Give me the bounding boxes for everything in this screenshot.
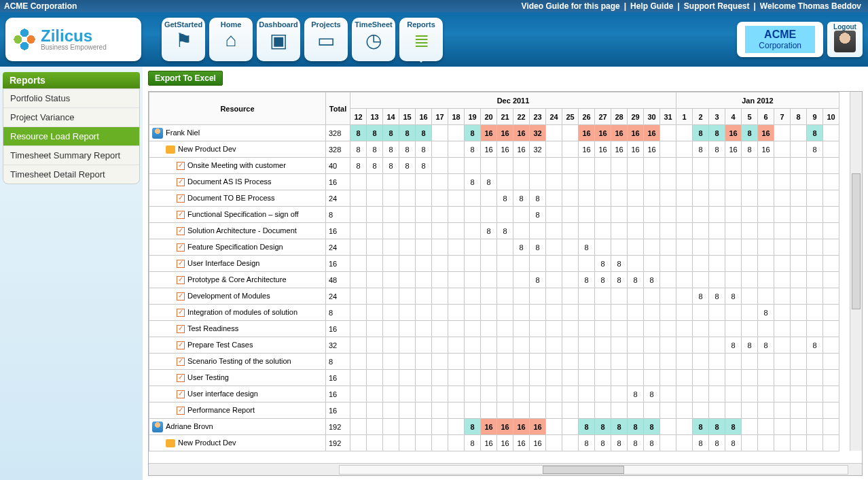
day-cell [676,321,693,337]
export-excel-button[interactable]: Export To Excel [148,71,223,86]
day-cell [546,288,562,305]
day-cell: 16 [725,125,742,141]
day-cell [465,272,481,288]
grid-row: Frank Niel328888888161616321616161616881… [149,125,839,141]
nav-reports[interactable]: Reports≣ [399,18,443,61]
day-cell: 8 [725,337,742,354]
day-cell [644,239,660,256]
nav-projects[interactable]: Projects▭ [304,18,348,61]
row-name[interactable]: Frank Niel [149,125,326,141]
top-link[interactable]: Video Guide for this page [519,1,623,11]
logout-button[interactable]: Logout [827,22,863,57]
sidebar-item[interactable]: Project Variance [3,108,139,127]
row-name[interactable]: Performance Report [149,402,326,419]
day-cell [399,419,416,435]
day-cell [546,223,562,239]
row-name[interactable]: Adriane Brovn [149,419,326,435]
day-cell [367,288,383,305]
day-cell [481,272,497,288]
day-cell [562,174,579,190]
row-name[interactable]: Document TO BE Process [149,190,326,207]
task-icon [177,211,185,219]
day-cell [823,370,839,386]
day-cell [611,190,628,207]
sidebar-item[interactable]: Timesheet Detail Report [3,165,139,184]
sidebar-item[interactable]: Resource Load Report [3,127,139,146]
day-cell [350,435,367,451]
day-cell [383,223,399,239]
day-cell [399,174,416,190]
day-cell [742,288,758,305]
row-name[interactable]: Prepare Test Cases [149,337,326,354]
task-icon [177,260,185,268]
day-cell [562,419,579,435]
reports-icon: ≣ [410,29,433,52]
day-cell [742,223,758,239]
day-cell [709,305,725,321]
nav-getstarted[interactable]: GetStarted⚑ [162,18,205,61]
top-link[interactable]: Welcome Thomas Beddov [757,1,864,11]
day-cell [481,207,497,223]
row-name[interactable]: Feature Specification Design [149,239,326,256]
sidebar-item[interactable]: Timesheet Summary Report [3,146,139,165]
row-name[interactable]: Onsite Meeting with customer [149,158,326,174]
top-link[interactable]: Help Guide [628,1,676,11]
row-name[interactable]: Prototype & Core Architecture [149,272,326,288]
day-cell [595,337,611,354]
horizontal-scrollbar[interactable] [149,463,862,475]
row-name[interactable]: User Testing [149,370,326,386]
task-icon [177,227,185,235]
task-icon [177,292,185,301]
nav-timesheet[interactable]: TimeSheet◷ [352,18,395,61]
vertical-scrollbar[interactable] [850,92,862,451]
day-cell [693,174,709,190]
day-cell [676,337,693,354]
row-name[interactable]: User Interface Design [149,256,326,272]
top-bar: ACME Corporation Video Guide for this pa… [0,0,868,12]
row-name[interactable]: Solution Architecture - Document [149,223,326,239]
task-icon [177,325,185,333]
day-cell [774,386,791,402]
day-cell [774,288,791,305]
day-cell [448,354,465,370]
day-cell: 8 [399,141,416,158]
day-cell [611,207,628,223]
row-name[interactable]: Functional Specification – sign off [149,207,326,223]
day-cell: 8 [693,288,709,305]
day-cell [660,321,676,337]
sidebar-item[interactable]: Portfolio Status [3,89,139,108]
day-cell [823,337,839,354]
day-cell: 8 [465,174,481,190]
row-total: 48 [326,272,350,288]
day-cell [530,288,546,305]
day-cell [823,141,839,158]
day-cell [579,321,595,337]
day-cell [644,402,660,419]
day-cell [676,305,693,321]
row-name[interactable]: Scenario Testing of the solution [149,354,326,370]
row-name[interactable]: User interface design [149,386,326,402]
client-sub: Corporation [759,41,801,50]
row-name[interactable]: Document AS IS Process [149,174,326,190]
day-cell: 8 [628,272,644,288]
row-name[interactable]: New Product Dev [149,141,326,158]
day-cell: 8 [513,239,530,256]
day-cell [562,288,579,305]
nav-dashboard[interactable]: Dashboard▣ [257,18,300,61]
day-cell [562,125,579,141]
row-name[interactable]: Development of Modules [149,288,326,305]
row-name[interactable]: New Product Dev [149,435,326,451]
day-cell [807,174,823,190]
day-cell [448,141,465,158]
day-cell [497,402,513,419]
month-header: Jan 2012 [676,92,839,109]
top-link[interactable]: Support Request [681,1,753,11]
row-name[interactable]: Test Readiness [149,321,326,337]
day-cell [742,272,758,288]
day-cell [709,239,725,256]
day-cell [742,207,758,223]
day-cell [774,305,791,321]
row-name[interactable]: Integration of modules of solution [149,305,326,321]
day-cell [693,386,709,402]
nav-home[interactable]: Home⌂ [209,18,253,61]
